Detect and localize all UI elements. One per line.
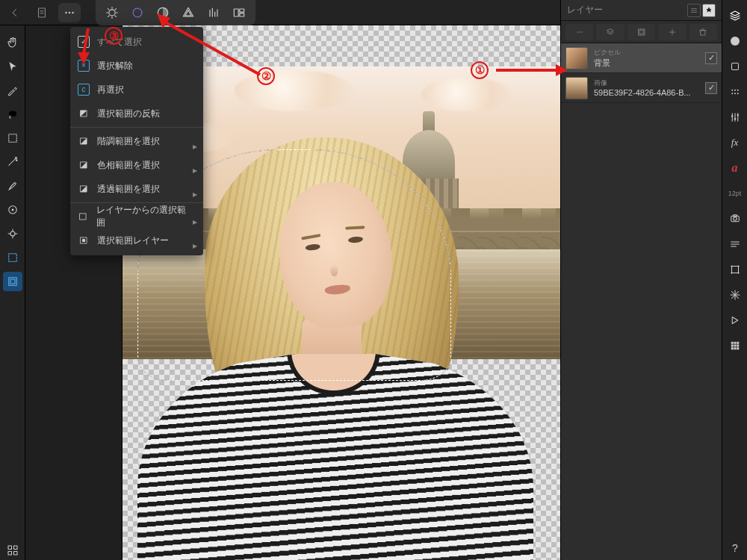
menu-item-invert-selection[interactable]: 選択範囲の反転	[70, 102, 203, 125]
text-styles-icon[interactable]: a	[725, 158, 745, 178]
menu-item-label: 選択範囲レイヤー	[97, 234, 169, 247]
brushes-studio-icon[interactable]	[725, 82, 745, 102]
swatches-studio-icon[interactable]	[725, 57, 745, 76]
color-picker-tool[interactable]	[3, 81, 22, 100]
layer-row[interactable]: 画像 59BE39F2-4826-4A86-B... ✓	[561, 73, 722, 103]
tone-mapping-persona-icon[interactable]	[176, 1, 200, 25]
marquee-tool[interactable]	[3, 128, 22, 148]
menu-item-alpha-range[interactable]: 透過範囲を選択	[70, 177, 203, 201]
panels-persona-icon[interactable]	[227, 1, 251, 25]
layer-opts-icon[interactable]	[565, 24, 593, 40]
svg-point-19	[8, 111, 16, 117]
stock-studio-icon[interactable]	[725, 209, 745, 228]
font-size-label: 12pt	[725, 184, 745, 203]
svg-rect-15	[234, 9, 238, 16]
deselect-icon: ×	[78, 60, 90, 72]
svg-rect-45	[639, 30, 643, 34]
layer-name-label: 背景	[594, 57, 699, 69]
menu-item-tonal-range[interactable]: 階調範囲を選択	[70, 129, 203, 153]
layer-blend-icon[interactable]	[596, 24, 624, 40]
dashed-square-icon[interactable]	[3, 248, 22, 267]
back-button[interactable]	[4, 2, 25, 23]
svg-marker-96	[81, 162, 87, 168]
svg-marker-94	[81, 138, 87, 144]
svg-point-63	[731, 115, 733, 116]
channels-studio-icon[interactable]	[725, 336, 745, 355]
menu-item-selection-layer[interactable]: 選択範囲レイヤー	[70, 228, 203, 252]
fx-studio-icon[interactable]: fx	[725, 133, 745, 152]
layers-pin-icon[interactable]	[702, 4, 716, 17]
more-menu-button[interactable]	[58, 3, 81, 22]
menu-item-color-range[interactable]: 色相範囲を選択	[70, 153, 203, 177]
adjustments-studio-icon[interactable]	[725, 108, 745, 127]
svg-point-59	[737, 93, 738, 94]
menu-item-reselect[interactable]: c 再選択	[70, 78, 203, 102]
paragraph-studio-icon[interactable]	[725, 234, 745, 254]
develop-persona-icon[interactable]	[151, 1, 175, 25]
svg-marker-98	[81, 186, 87, 192]
liquify-persona-icon[interactable]	[125, 1, 149, 25]
svg-point-58	[734, 93, 736, 94]
perspective-tool[interactable]	[3, 224, 22, 243]
svg-rect-35	[8, 552, 12, 556]
svg-rect-87	[737, 345, 739, 347]
layers-studio-icon[interactable]	[725, 6, 745, 25]
layers-panel-title: レイヤー	[567, 4, 603, 16]
photo-persona-icon[interactable]	[100, 1, 124, 25]
svg-point-25	[10, 231, 15, 236]
circle-layer-icon	[78, 234, 90, 246]
document-button[interactable]	[31, 2, 52, 23]
layer-row[interactable]: ピクセル 背景 ✓	[561, 43, 722, 73]
selection-dropdown-menu: ✓ すべて選択 × 選択解除 c 再選択 選択範囲の反転 階調範囲を選択 色相範…	[70, 27, 203, 255]
menu-item-label: 階調範囲を選択	[97, 135, 160, 148]
svg-rect-82	[731, 342, 733, 344]
svg-rect-36	[13, 552, 17, 556]
layers-panel: レイヤー ピクセル 背景 ✓ 画像 59BE39F2-4826-4A86-B..…	[560, 0, 722, 560]
help-button[interactable]: ?	[728, 541, 743, 556]
menu-item-selection-from-layer[interactable]: レイヤーからの選択範囲	[70, 205, 203, 228]
menu-item-label: 選択解除	[97, 60, 133, 72]
svg-point-7	[133, 8, 142, 17]
svg-point-76	[737, 272, 739, 273]
svg-rect-17	[240, 13, 244, 16]
gradient-icon	[78, 135, 90, 147]
svg-marker-81	[732, 317, 738, 324]
hand-tool[interactable]	[3, 33, 22, 52]
layer-delete-icon[interactable]	[689, 24, 717, 40]
navigator-studio-icon[interactable]	[725, 285, 745, 305]
svg-rect-33	[8, 546, 12, 550]
svg-rect-34	[13, 546, 17, 550]
flood-select-tool[interactable]	[3, 152, 22, 172]
svg-marker-92	[81, 111, 87, 116]
color-studio-icon[interactable]	[725, 31, 745, 51]
svg-rect-44	[638, 28, 644, 34]
layer-thumbnail	[565, 47, 588, 69]
transform-studio-icon[interactable]	[725, 260, 745, 279]
layer-name-label: 59BE39F2-4826-4A86-B...	[594, 88, 699, 97]
gradient-icon	[78, 183, 90, 195]
layer-mask-icon[interactable]	[627, 24, 655, 40]
svg-point-56	[737, 90, 738, 91]
layer-thumbnail	[565, 77, 588, 99]
history-studio-icon[interactable]	[725, 311, 745, 330]
layer-visible-checkbox[interactable]: ✓	[705, 52, 717, 64]
layers-list-view-icon[interactable]	[687, 4, 701, 17]
svg-rect-0	[39, 8, 46, 17]
svg-rect-90	[737, 347, 739, 349]
menu-item-select-all[interactable]: ✓ すべて選択	[70, 30, 203, 54]
svg-rect-85	[731, 345, 733, 347]
menu-item-deselect[interactable]: × 選択解除	[70, 54, 203, 78]
layer-visible-checkbox[interactable]: ✓	[705, 82, 717, 94]
lasso-tool[interactable]	[3, 105, 22, 124]
layer-add-icon[interactable]	[658, 24, 686, 40]
svg-marker-18	[9, 62, 16, 71]
persona-tabs	[96, 0, 255, 25]
export-persona-icon[interactable]	[202, 1, 226, 25]
crop-tool[interactable]	[3, 200, 22, 220]
preferences-icon[interactable]	[3, 541, 22, 560]
selection-brush-tool[interactable]	[3, 176, 22, 196]
svg-point-4	[69, 11, 70, 13]
move-tool[interactable]	[3, 57, 22, 76]
layer-type-label: 画像	[594, 78, 699, 88]
active-canvas-icon[interactable]	[3, 272, 22, 291]
